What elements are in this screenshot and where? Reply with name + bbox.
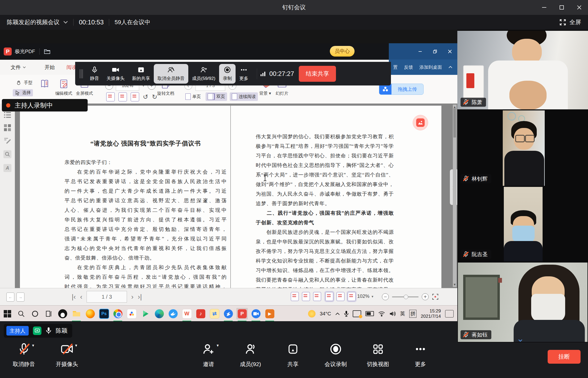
scroll-down-arrow[interactable]: ▼ — [452, 283, 457, 286]
meeting-app-icon[interactable] — [250, 308, 262, 319]
open-folder-icon[interactable] — [44, 49, 51, 54]
thumbnails-panel-icon[interactable] — [3, 124, 11, 132]
single-layout-icon[interactable] — [336, 292, 344, 301]
chrome-icon[interactable] — [112, 308, 123, 319]
search-panel-icon[interactable] — [3, 150, 11, 158]
zoom-in-button[interactable]: + — [422, 293, 429, 300]
video-tile[interactable]: 陈萧 — [457, 31, 588, 109]
scroll-up-arrow[interactable]: ▲ — [452, 105, 457, 109]
wps-icon[interactable]: W — [181, 308, 193, 319]
zoom-slider-knob[interactable] — [404, 295, 408, 299]
rotate-right-icon[interactable]: ↻ — [152, 93, 157, 101]
dingtalk-icon[interactable] — [223, 308, 234, 319]
menu-add-desktop[interactable]: 添加到桌面 — [419, 64, 442, 70]
status-page-indicator[interactable]: 1 / 3 — [87, 291, 127, 303]
attachments-panel-icon[interactable]: A — [3, 164, 11, 172]
pdf-minimize-button[interactable] — [413, 43, 428, 60]
skype-bird-icon[interactable] — [167, 308, 179, 319]
unmute-control[interactable]: ▼ 取消静音 — [3, 342, 45, 368]
next-view-icon[interactable]: → — [16, 293, 24, 302]
menu-settings[interactable]: 置 — [393, 64, 398, 70]
battery-icon[interactable] — [365, 311, 374, 316]
double-page-button[interactable]: 双页 — [206, 92, 227, 101]
members-button[interactable]: 成员(59/92) — [188, 64, 219, 84]
qq-icon[interactable] — [57, 308, 68, 319]
zoom-slider[interactable] — [392, 297, 419, 297]
recording-tray-icon[interactable] — [353, 310, 361, 317]
video-tile[interactable]: 阮吉圣 — [457, 187, 588, 261]
lang-pinyin-indicator[interactable]: 拼 — [409, 310, 416, 318]
weather-sun-icon[interactable] — [308, 310, 316, 317]
unmute-all-button[interactable]: 取消全员静音 — [154, 64, 188, 84]
single-page-button[interactable]: 单页 — [183, 92, 203, 101]
member-center-button[interactable]: 员中心 — [330, 46, 355, 57]
fit-width-icon[interactable] — [302, 292, 310, 301]
pdf-restore-button[interactable] — [428, 43, 442, 60]
last-page-button[interactable]: ›| — [138, 293, 142, 301]
close-button[interactable] — [570, 0, 588, 15]
camera-off-button[interactable]: 关摄像头 — [103, 64, 128, 84]
convert-image-floating-button[interactable] — [413, 115, 428, 130]
speaker-icon[interactable] — [389, 311, 396, 316]
share-control[interactable]: 共享 — [272, 342, 314, 368]
fit-visible-icon[interactable] — [313, 292, 321, 301]
hand-tool-button[interactable]: 手型 — [14, 79, 35, 87]
file-explorer-icon[interactable] — [71, 308, 82, 319]
zoom-out-button[interactable]: − — [382, 293, 389, 300]
meeting-floating-toolbar[interactable]: 静音 关摄像头 新的共享 取消全员静音 — [75, 62, 391, 85]
transfer-tool-icon[interactable] — [209, 308, 220, 319]
previous-view-icon[interactable]: ← — [6, 293, 14, 302]
media-player-icon[interactable] — [140, 308, 151, 319]
maximize-button[interactable] — [553, 0, 570, 15]
members-control[interactable]: 成员(92) — [229, 342, 272, 368]
tab-home[interactable]: 开始 — [45, 60, 55, 75]
firefox-icon[interactable] — [84, 308, 96, 319]
end-share-button[interactable]: 结束共享 — [299, 66, 336, 82]
360-cloud-icon[interactable] — [126, 308, 137, 319]
task-view-icon[interactable] — [43, 308, 54, 319]
more-button[interactable]: 更多 — [236, 64, 252, 84]
start-button[interactable] — [2, 308, 13, 319]
taskbar-clock[interactable]: 15:29 2021/7/14 — [421, 308, 441, 319]
minimize-button[interactable] — [535, 0, 553, 15]
microphone-tray-icon[interactable] — [344, 311, 348, 317]
fit-width-icon[interactable] — [118, 92, 127, 101]
meeting-record-control[interactable]: 会议录制 — [314, 342, 357, 368]
edit-mode-button[interactable]: 编辑模式 — [55, 79, 72, 96]
hidden-icons-chevron[interactable] — [335, 312, 340, 315]
continuous-read-button[interactable]: 连续阅读 — [230, 92, 258, 101]
fullscreen-button[interactable]: 全屏 — [559, 15, 581, 30]
select-tool-button[interactable]: 选择 — [13, 89, 33, 96]
pdf-close-button[interactable] — [442, 43, 457, 60]
video-tile[interactable]: 林钊辉 — [457, 110, 588, 186]
switch-view-control[interactable]: 切换视图 — [357, 342, 399, 368]
fullscreen-icon[interactable] — [432, 293, 439, 300]
pdf-document-area[interactable]: “请党放心 强国有我”致四实学子倡议书 亲爱的四实学子们： 在党的百年华诞之际，… — [15, 104, 457, 288]
new-share-button[interactable]: 新的共享 — [128, 64, 154, 84]
cortana-icon[interactable] — [29, 308, 41, 319]
status-zoom-level[interactable]: 102%▼ — [357, 294, 374, 299]
double-layout-icon[interactable] — [348, 292, 356, 301]
outline-panel-icon[interactable] — [3, 111, 11, 119]
next-page-button[interactable]: › — [131, 293, 134, 301]
continuous-layout-icon[interactable] — [325, 292, 333, 301]
netease-music-icon[interactable]: ♪ — [195, 308, 206, 319]
fit-visible-icon[interactable] — [131, 92, 139, 101]
fit-page-icon[interactable] — [291, 292, 299, 301]
camera-on-control[interactable]: ▼ 开摄像头 — [46, 342, 88, 368]
first-page-button[interactable]: |‹ — [72, 293, 76, 301]
lang-en-indicator[interactable]: 英 — [400, 310, 405, 317]
invite-control[interactable]: ▼ 邀请 — [187, 342, 230, 368]
read-mode-button[interactable] — [39, 79, 50, 89]
photoshop-icon[interactable]: Ps — [98, 308, 110, 319]
jiguang-pdf-icon[interactable]: P — [236, 308, 248, 319]
record-button[interactable]: 录制 — [219, 64, 236, 84]
rotate-left-icon[interactable]: ↺ — [143, 93, 148, 101]
temperature[interactable]: 34°C — [320, 311, 331, 317]
video-tile[interactable]: 蒋如钰 ⌄ — [457, 263, 588, 342]
annotations-panel-icon[interactable] — [3, 137, 11, 145]
tab-file[interactable]: 文件 — [11, 60, 26, 75]
collapse-up-icon[interactable] — [448, 66, 453, 68]
menu-feedback[interactable]: 反馈 — [404, 64, 413, 70]
vertical-scrollbar[interactable] — [453, 105, 457, 287]
